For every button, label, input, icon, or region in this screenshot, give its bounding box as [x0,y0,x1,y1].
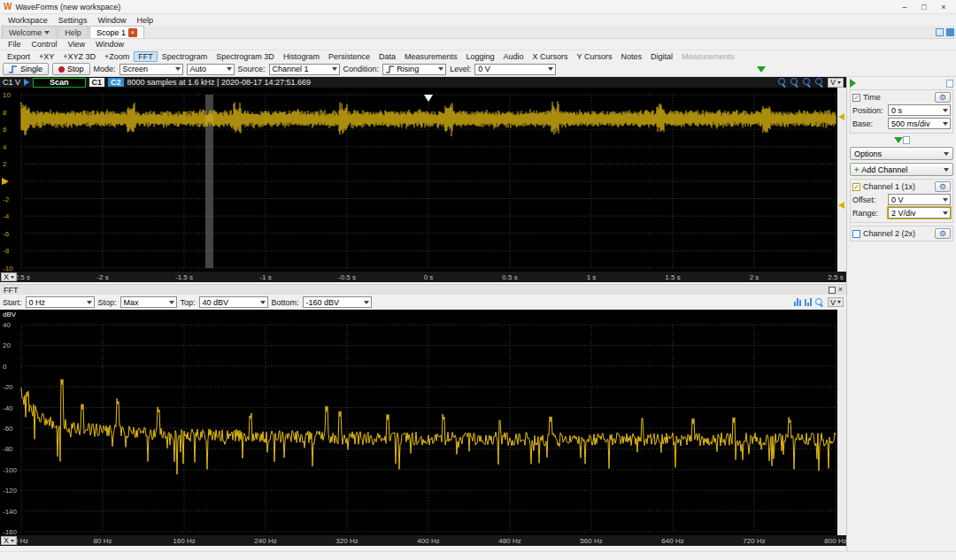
time-checkbox[interactable]: ✓ [852,94,860,102]
zoom-out-icon[interactable] [790,78,799,87]
time-gear-button[interactable]: ⚙ [935,92,951,103]
tool-xy[interactable]: +XY [35,52,58,61]
app-logo-icon: W [4,2,12,12]
tool-digital[interactable]: Digital [646,52,677,61]
menu-settings[interactable]: Settings [53,16,93,25]
fft-y-axis-menu-button[interactable]: V [828,297,844,307]
y-tick: 0 [3,178,6,186]
menu-workspace[interactable]: Workspace [3,16,53,25]
menu-control[interactable]: Control [27,40,63,49]
range-select[interactable]: 2 V/div [888,207,951,219]
tab-scope-1[interactable]: Scope 1× [89,26,144,38]
menu-window[interactable]: Window [90,40,129,49]
fft-bottom-value: -160 dBV [306,298,340,307]
tool-spectrogram[interactable]: Spectrogram [158,52,212,61]
tool-fft[interactable]: FFT [134,51,158,62]
stop-button[interactable]: Stop [52,63,90,75]
add-channel-label: Add Channel [861,165,907,174]
tool-measurements[interactable]: Measurements [400,52,462,61]
x-tick: 480 Hz [498,537,520,545]
tool-logging[interactable]: Logging [461,52,498,61]
source-select[interactable]: Channel 1 [269,64,340,75]
chevron-down-icon [227,67,232,71]
tool-persistence[interactable]: Persistence [324,52,374,61]
copy-settings-icon[interactable] [946,80,953,88]
tabs: WelcomeHelpScope 1× [2,26,145,38]
zoom-selection-icon[interactable] [815,78,824,87]
x-tick: 320 Hz [335,537,358,545]
menu-file[interactable]: File [3,40,27,49]
tool-histogram[interactable]: Histogram [279,52,324,61]
maximize-button[interactable]: □ [915,1,933,12]
channel1-gear-button[interactable]: ⚙ [935,181,951,192]
channel1-badge[interactable]: C1 [89,78,105,87]
y-tick: -2 [3,196,9,203]
close-tab-icon[interactable]: × [128,28,137,37]
menu-help[interactable]: Help [131,16,158,25]
y-axis-menu-button[interactable]: V [828,78,844,88]
single-button[interactable]: Single [3,63,49,75]
fft-bottom-label: Bottom: [272,298,299,307]
tab-welcome[interactable]: Welcome [2,26,57,38]
level-select[interactable]: 0 V [474,64,556,75]
float-panel-icon[interactable] [829,287,836,294]
fft-start-select[interactable]: 0 Hz [26,296,95,308]
close-button[interactable]: × [935,1,952,12]
trigger-auto-select[interactable]: Auto [187,64,235,75]
tool-data[interactable]: Data [374,52,400,61]
add-channel-dropdown[interactable]: + Add Channel [850,163,953,176]
collapse-sidebar-arrow-icon[interactable] [850,79,856,88]
tab-help[interactable]: Help [58,26,89,38]
condition-select[interactable]: Rising [382,64,446,75]
window-layout-icon[interactable] [936,28,944,36]
scope-x-axis: X -2.5 s-2 s-1.5 s-1 s-0.5 s0 s0.5 s1 s1… [0,272,846,282]
fft-plot-area[interactable]: dBV 40200-20-40-60-80-100-120-140-160 [0,310,846,535]
tool-xyz-3d[interactable]: +XYZ 3D [58,52,100,61]
base-value: 500 ms/div [891,119,930,128]
fft-stop-select[interactable]: Max [120,296,177,308]
channel2-checkbox[interactable] [852,230,860,238]
bar-view-icon[interactable] [794,298,801,306]
y-tick: 6 [3,126,6,134]
base-select[interactable]: 500 ms/div [888,118,951,129]
menu-view[interactable]: View [63,40,90,49]
x-tick: 1 s [587,273,597,281]
run-indicator-arrow-icon [757,66,766,73]
tool-notes[interactable]: Notes [616,52,646,61]
level-marker-icon[interactable] [838,113,844,120]
position-select[interactable]: 0 s [888,104,951,116]
fft-zoom-icon[interactable] [815,298,824,307]
fft-right-strip [837,310,846,535]
zoom-in-icon[interactable] [778,78,787,87]
channel2-badge[interactable]: C2 [108,78,124,87]
scope-plot-area[interactable]: 1086420-2-4-6-8-10 [0,88,846,272]
level-marker-icon[interactable] [838,202,844,209]
fft-x-axis: X 0 Hz80 Hz160 Hz240 Hz320 Hz400 Hz480 H… [0,535,846,546]
tool-export[interactable]: Export [3,52,35,61]
trigger-position-marker[interactable] [424,95,433,102]
scan-play-icon [24,79,29,86]
channel1-group: ✓ Channel 1 (1x) ⚙ Offset: 0 V Range: 2 … [850,179,953,223]
offset-select[interactable]: 0 V [888,194,951,205]
tool-audio[interactable]: Audio [499,52,528,61]
mode-select[interactable]: Screen [120,64,183,75]
minimize-button[interactable]: – [896,1,914,12]
fft-bottom-select[interactable]: -160 dBV [303,296,372,308]
zoom-fit-icon[interactable] [803,78,812,87]
tool-y-cursors[interactable]: Y Cursors [573,52,617,61]
tool-zoom[interactable]: +Zoom [100,52,134,61]
window-tile-icon[interactable] [946,28,954,36]
options-dropdown[interactable]: Options [850,147,953,160]
line-view-icon[interactable] [805,298,812,306]
channel1-checkbox[interactable]: ✓ [852,183,860,191]
channel2-gear-button[interactable]: ⚙ [935,228,951,239]
fft-top-value: 40 dBV [203,298,229,307]
position-label: Position: [852,106,888,115]
tool-spectrogram-3d[interactable]: Spectrogram 3D [212,52,279,61]
tool-x-cursors[interactable]: X Cursors [528,52,573,61]
copy-channel-icon[interactable] [903,136,910,144]
close-panel-icon[interactable]: × [838,286,843,294]
fft-top-select[interactable]: 40 dBV [199,296,268,308]
range-value: 2 V/div [891,209,916,218]
menu-window[interactable]: Window [92,16,131,25]
